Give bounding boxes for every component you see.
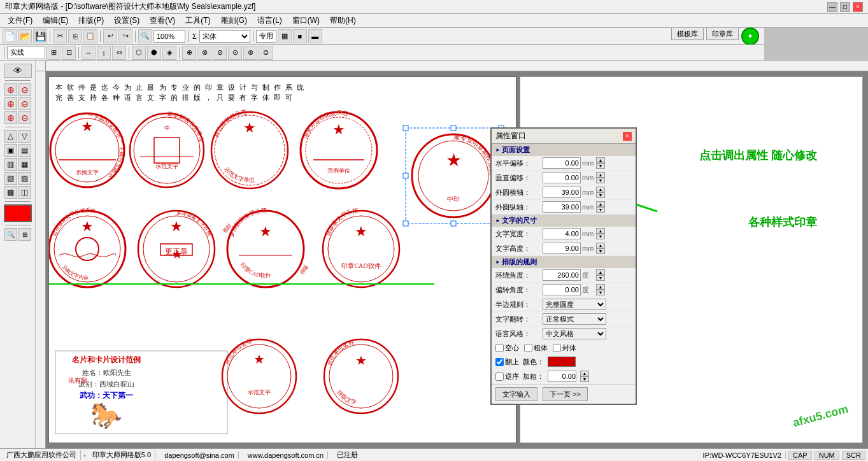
grid-tool5[interactable]: ▧: [4, 172, 17, 185]
save-button[interactable]: 💾: [33, 29, 47, 43]
prop-half-rule-select[interactable]: 完整圆度: [543, 299, 606, 310]
menu-item-language[interactable]: 语言(L): [252, 14, 287, 27]
text-height-up[interactable]: ▲: [596, 243, 605, 248]
redo-button[interactable]: ↪: [118, 29, 132, 43]
copy-button[interactable]: ⎘: [68, 29, 82, 43]
tb2-btn3[interactable]: ↔: [82, 46, 96, 60]
tb2-btn6[interactable]: ⬡: [132, 46, 146, 60]
weight-down[interactable]: ▼: [580, 376, 589, 382]
prop-outer-major-input[interactable]: [543, 187, 581, 198]
undo-button[interactable]: ↩: [103, 29, 117, 43]
outer-major-up[interactable]: ▲: [596, 187, 605, 192]
seal-print-button[interactable]: 印章库: [706, 27, 739, 40]
minus-tool3[interactable]: ⊖: [18, 111, 31, 124]
checkbox-inverse[interactable]: [495, 372, 504, 381]
arc-angle-down[interactable]: ▼: [596, 275, 605, 281]
tb2-btn4[interactable]: ↕: [97, 46, 111, 60]
prop-outer-minor-input[interactable]: [543, 201, 581, 213]
zoom-in-button[interactable]: 🔍: [138, 29, 152, 43]
weight-up[interactable]: ▲: [580, 371, 589, 376]
menu-item-tools[interactable]: 工具(T): [180, 14, 215, 27]
zoom-tool2[interactable]: ⊞: [18, 228, 31, 241]
outer-minor-down[interactable]: ▼: [596, 207, 605, 213]
menu-item-window[interactable]: 窗口(W): [287, 14, 325, 27]
color-picker-box[interactable]: [548, 357, 576, 367]
minus-tool2[interactable]: ⊖: [18, 97, 31, 110]
close-button[interactable]: ×: [853, 2, 863, 12]
grid-tool8[interactable]: ◫: [18, 186, 31, 199]
minus-tool1[interactable]: ⊖: [18, 83, 31, 96]
grid-tool1[interactable]: ▣: [4, 144, 17, 157]
tb2-btn2[interactable]: ⊡: [62, 46, 76, 60]
green-circle-button[interactable]: ✦: [741, 27, 759, 45]
tb2-btn13[interactable]: ⊛: [243, 46, 257, 60]
next-page-button[interactable]: 下一页 >>: [543, 387, 588, 401]
grid-tool2[interactable]: ▤: [18, 144, 31, 157]
mode-icon1[interactable]: ▦: [278, 29, 292, 43]
h-offset-down[interactable]: ▼: [596, 163, 605, 169]
checkbox-seal-label[interactable]: 封体: [553, 343, 576, 353]
h-offset-up[interactable]: ▲: [596, 157, 605, 163]
prop-text-height-input[interactable]: [543, 243, 581, 254]
checkbox-hollow-label[interactable]: 空心: [495, 343, 519, 353]
plus-tool3[interactable]: ⊕: [4, 111, 17, 124]
checkbox-seal[interactable]: [553, 344, 561, 352]
v-offset-up[interactable]: ▲: [596, 172, 605, 178]
open-button[interactable]: 📂: [18, 29, 32, 43]
prop-weight-input[interactable]: [548, 371, 576, 382]
tb2-btn11[interactable]: ⊘: [213, 46, 227, 60]
prop-h-offset-input[interactable]: [543, 157, 581, 169]
plus-tool2[interactable]: ⊕: [4, 97, 17, 110]
tb2-btn12[interactable]: ⊙: [228, 46, 242, 60]
mode-icon3[interactable]: ▬: [308, 29, 322, 43]
prop-v-offset-input[interactable]: [543, 172, 581, 183]
arrow-down-tool[interactable]: ▽: [18, 130, 31, 143]
text-height-down[interactable]: ▼: [596, 248, 605, 254]
menu-item-engrave[interactable]: 雕刻(G): [216, 14, 252, 27]
arrow-up-tool[interactable]: △: [4, 130, 17, 143]
prop-text-width-input[interactable]: [543, 228, 581, 239]
cut-button[interactable]: ✂: [53, 29, 67, 43]
plus-tool1[interactable]: ⊕: [4, 83, 17, 96]
text-input-button[interactable]: 文字输入: [495, 387, 537, 401]
prop-arc-angle-input[interactable]: [543, 269, 581, 281]
menu-item-help[interactable]: 帮助(H): [325, 14, 361, 27]
text-width-down[interactable]: ▼: [596, 234, 605, 239]
outer-major-down[interactable]: ▼: [596, 192, 605, 198]
zoom-tool1[interactable]: 🔍: [4, 228, 17, 241]
menu-item-view[interactable]: 查看(V): [145, 14, 180, 27]
new-button[interactable]: 📄: [3, 29, 17, 43]
mode-icon2[interactable]: ■: [293, 29, 307, 43]
tb2-btn9[interactable]: ⊕: [182, 46, 196, 60]
tb2-btn10[interactable]: ⊗: [197, 46, 211, 60]
menu-item-settings[interactable]: 设置(S): [109, 14, 145, 27]
outer-minor-up[interactable]: ▲: [596, 201, 605, 207]
font-select[interactable]: 宋体: [199, 30, 250, 43]
checkbox-flip-label[interactable]: 翻上: [495, 357, 519, 367]
template-lib-button[interactable]: 模板库: [671, 27, 704, 40]
grid-tool7[interactable]: ▩: [4, 186, 17, 199]
tb2-btn1[interactable]: ⊞: [46, 46, 60, 60]
color-indicator[interactable]: [4, 204, 32, 222]
tb2-btn8[interactable]: ◈: [162, 46, 176, 60]
grid-tool4[interactable]: ▦: [18, 158, 31, 171]
prop-text-rotate-select[interactable]: 正常模式: [543, 313, 606, 325]
tb2-btn5[interactable]: ⇔: [112, 46, 126, 60]
menu-item-edit[interactable]: 编辑(E): [38, 14, 73, 27]
checkbox-bold-label[interactable]: 粗体: [524, 343, 548, 353]
rotate-up[interactable]: ▲: [596, 284, 605, 290]
eye-tool-button[interactable]: 👁: [4, 64, 32, 78]
v-offset-down[interactable]: ▼: [596, 178, 605, 183]
menu-item-file[interactable]: 文件(F): [3, 14, 38, 27]
checkbox-bold[interactable]: [524, 344, 532, 352]
maximize-button[interactable]: □: [840, 2, 850, 12]
prop-close-button[interactable]: ×: [623, 132, 632, 141]
text-width-up[interactable]: ▲: [596, 228, 605, 234]
grid-tool3[interactable]: ▥: [4, 158, 17, 171]
grid-tool6[interactable]: ▨: [18, 172, 31, 185]
checkbox-hollow[interactable]: [495, 344, 504, 352]
prop-lang-style-select[interactable]: 中文风格: [543, 328, 606, 339]
tb2-btn7[interactable]: ⬢: [147, 46, 161, 60]
tb2-btn14[interactable]: ⊜: [259, 46, 273, 60]
prop-rotate-input[interactable]: [543, 284, 581, 295]
